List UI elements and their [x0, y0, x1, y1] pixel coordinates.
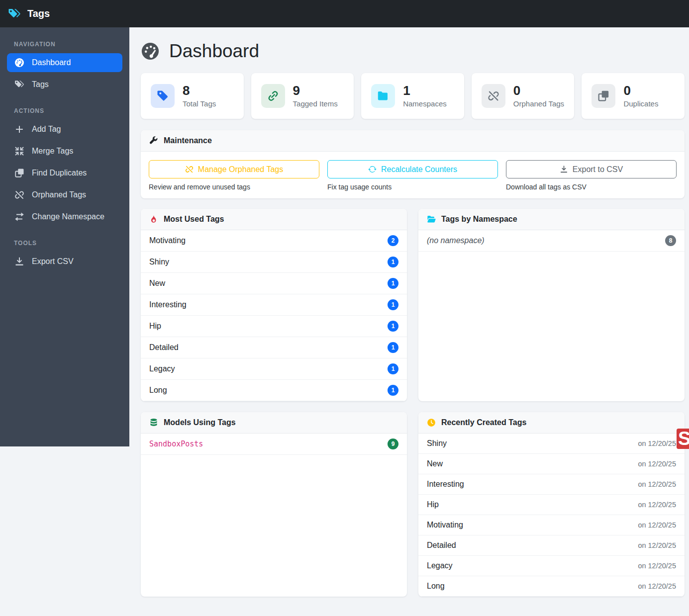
- dashboard-grid: Most Used Tags Motivating 2 Shiny 1: [141, 209, 685, 597]
- tag-name: New: [149, 279, 388, 288]
- count-badge: 2: [388, 235, 398, 246]
- count-badge: 1: [388, 363, 398, 374]
- model-row: SandboxPosts 9: [141, 434, 407, 455]
- maintenance-action: Export to CSV Download all tags as CSV: [506, 160, 677, 191]
- tag-name: Shiny: [427, 439, 638, 448]
- maintenance-actions: Manage Orphaned Tags Review and remove u…: [141, 152, 685, 198]
- namespace-row: (no namespace) 8: [418, 230, 685, 252]
- stat-meta: 0 Orphaned Tags: [513, 84, 564, 107]
- stat-label: Tagged Items: [293, 99, 338, 108]
- count-badge: 8: [665, 235, 676, 246]
- tag-name: Detailed: [427, 541, 638, 550]
- maintenance-caption: Fix tag usage counts: [327, 183, 498, 191]
- page-header: Dashboard: [141, 41, 685, 62]
- unlink-icon: [482, 84, 505, 108]
- gauge-icon: [141, 42, 160, 61]
- actions-section-label: Actions: [14, 107, 122, 114]
- tag-name: Motivating: [149, 236, 388, 245]
- stat-card: 0 Duplicates: [582, 73, 685, 119]
- stat-label: Orphaned Tags: [513, 99, 564, 108]
- page-title: Dashboard: [169, 41, 259, 62]
- download-icon: [14, 257, 24, 266]
- created-date: on 12/20/25: [638, 521, 676, 529]
- recent-tag-row: Motivating on 12/20/25: [418, 515, 685, 535]
- count-badge: 1: [388, 385, 398, 396]
- maintenance-action: Manage Orphaned Tags Review and remove u…: [149, 160, 319, 191]
- namespace-name: (no namespace): [427, 236, 665, 245]
- stat-value: 0: [513, 84, 564, 97]
- sidebar-item[interactable]: Export CSV: [7, 252, 122, 271]
- stats-row: 8 Total Tags 9 Tagged Items 1: [141, 73, 685, 119]
- sidebar-item-label: Tags: [32, 80, 49, 89]
- plus-icon: [14, 124, 24, 134]
- tags-icon: [8, 8, 21, 20]
- main-content: Dashboard 8 Total Tags 9 Tagged Items: [129, 27, 689, 597]
- tag-row: Shiny 1: [141, 252, 407, 273]
- sidebar-item[interactable]: Change Namespace: [7, 207, 122, 226]
- sidebar-item-label: Change Namespace: [32, 212, 104, 221]
- recent-tag-row: Legacy on 12/20/25: [418, 556, 685, 576]
- tag-name: Interesting: [149, 300, 388, 309]
- stat-meta: 0 Duplicates: [623, 84, 658, 107]
- sidebar-item[interactable]: Tags: [7, 75, 122, 94]
- models-list: SandboxPosts 9: [141, 434, 407, 455]
- tag-name: Long: [427, 582, 638, 591]
- created-date: on 12/20/25: [638, 501, 676, 509]
- count-badge: 9: [388, 439, 398, 449]
- stat-value: 8: [183, 84, 216, 97]
- tags-by-namespace-header: Tags by Namespace: [418, 209, 685, 230]
- created-date: on 12/20/25: [638, 541, 676, 549]
- sidebar-item-label: Find Duplicates: [32, 169, 87, 177]
- tags-by-namespace-panel: Tags by Namespace (no namespace) 8: [418, 209, 685, 401]
- maintenance-caption: Download all tags as CSV: [506, 183, 677, 191]
- folder-open-icon: [427, 215, 436, 224]
- maintenance-button[interactable]: Export to CSV: [506, 160, 677, 178]
- stat-meta: 1 Namespaces: [403, 84, 447, 107]
- tags-icon: [14, 80, 24, 89]
- recent-tag-row: Interesting on 12/20/25: [418, 474, 685, 495]
- sidebar-item[interactable]: Orphaned Tags: [7, 185, 122, 204]
- created-date: on 12/20/25: [638, 440, 676, 447]
- most-used-tags-list: Motivating 2 Shiny 1 New 1: [141, 230, 407, 401]
- recent-tag-row: Detailed on 12/20/25: [418, 535, 685, 556]
- fire-icon: [149, 215, 158, 224]
- tag-row: Interesting 1: [141, 294, 407, 316]
- stat-label: Total Tags: [183, 99, 216, 108]
- sidebar-item[interactable]: Dashboard: [7, 53, 122, 72]
- copy-icon: [591, 84, 615, 108]
- maintenance-action: Recalculate Counters Fix tag usage count…: [327, 160, 498, 191]
- maintenance-button[interactable]: Recalculate Counters: [327, 160, 498, 178]
- panel-title: Tags by Namespace: [441, 215, 517, 224]
- tag-name: Legacy: [427, 561, 638, 570]
- count-badge: 1: [388, 257, 398, 267]
- model-name: SandboxPosts: [149, 440, 388, 448]
- sidebar-item[interactable]: Merge Tags: [7, 142, 122, 161]
- created-date: on 12/20/25: [638, 460, 676, 468]
- sidebar-item[interactable]: Add Tag: [7, 120, 122, 139]
- most-used-tags-header: Most Used Tags: [141, 209, 407, 230]
- topbar: Tags: [0, 0, 689, 27]
- recent-tag-row: Shiny on 12/20/25: [418, 434, 685, 454]
- panel-title: Most Used Tags: [164, 215, 224, 224]
- maintenance-panel-header: Maintenance: [141, 130, 685, 152]
- stat-value: 9: [293, 84, 338, 97]
- tag-name: Interesting: [427, 480, 638, 489]
- recent-tag-row: Long on 12/20/25: [418, 576, 685, 597]
- stat-meta: 9 Tagged Items: [293, 84, 338, 107]
- maintenance-caption: Review and remove unused tags: [149, 183, 319, 191]
- sidebar-item-label: Add Tag: [32, 125, 61, 134]
- maintenance-button[interactable]: Manage Orphaned Tags: [149, 160, 319, 178]
- tools-list: Export CSV: [0, 252, 129, 271]
- sidebar-item[interactable]: Find Duplicates: [7, 164, 122, 182]
- maintenance-button-label: Export to CSV: [573, 165, 623, 174]
- most-used-tags-panel: Most Used Tags Motivating 2 Shiny 1: [141, 209, 407, 401]
- app-title: Tags: [27, 8, 50, 19]
- tools-section-label: Tools: [14, 240, 122, 247]
- nav-list: Dashboard Tags: [0, 53, 129, 94]
- stat-card: 0 Orphaned Tags: [472, 73, 575, 119]
- sidebar-item-label: Merge Tags: [32, 147, 73, 156]
- maintenance-button-label: Recalculate Counters: [381, 165, 457, 174]
- extension-badge[interactable]: S: [677, 429, 689, 449]
- recently-created-tags-panel: Recently Created Tags Shiny on 12/20/25 …: [418, 412, 685, 597]
- extension-badge-letter: S: [678, 429, 689, 449]
